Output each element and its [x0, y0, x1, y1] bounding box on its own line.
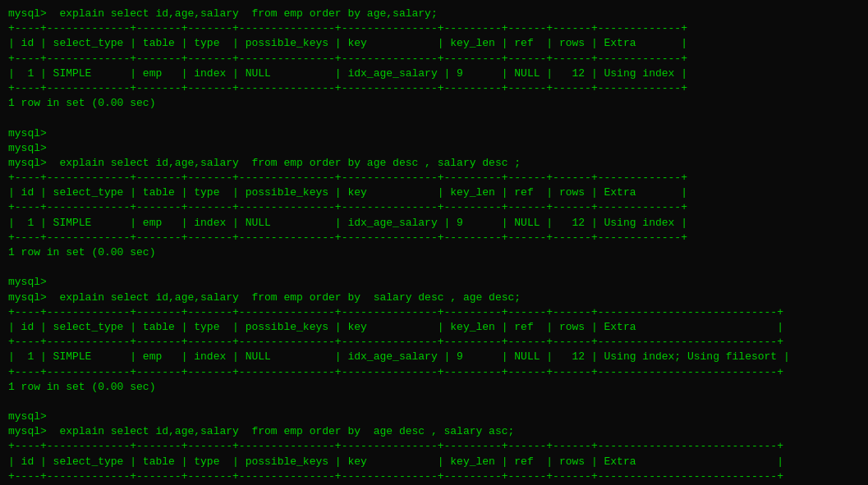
terminal-output: mysql> explain select id,age,salary from… — [8, 7, 860, 485]
